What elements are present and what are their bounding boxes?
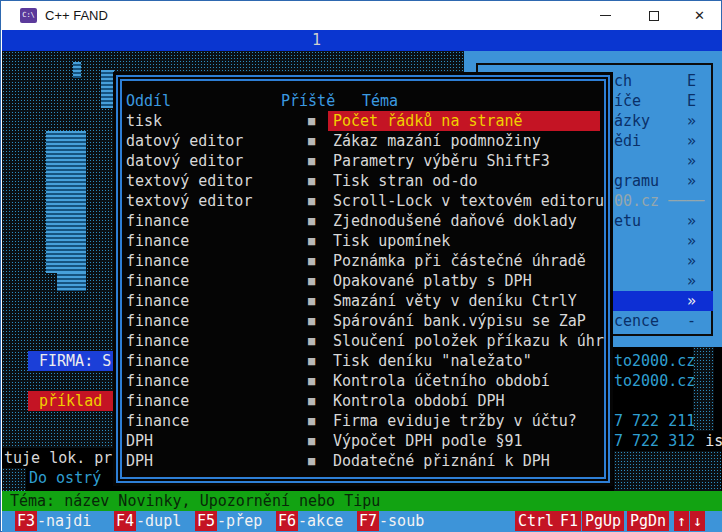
fkey-badge: F3	[15, 511, 37, 531]
news-topic-cell: Tisk stran od-do	[328, 171, 600, 191]
news-section-cell: textový editor	[126, 191, 252, 211]
key-hint-up[interactable]: ↑	[674, 511, 689, 531]
news-row[interactable]: finance■Poznámka při částečné úhradě	[113, 251, 613, 271]
fkey-f7[interactable]: F7-soub	[357, 511, 424, 531]
fkey-label: -přep	[217, 512, 262, 530]
news-section-cell: finance	[126, 391, 189, 411]
news-section-cell: finance	[126, 311, 189, 331]
menu-item[interactable]: »	[612, 271, 713, 291]
bullet-icon: ■	[308, 351, 315, 371]
news-section-cell: finance	[126, 231, 189, 251]
news-section-cell: datový editor	[126, 131, 243, 151]
bullet-icon: ■	[308, 211, 315, 231]
contact-line-text: 7 722 312	[614, 432, 695, 450]
news-topic-cell: Kontrola účetního období	[328, 371, 600, 391]
bullet-icon: ■	[308, 391, 315, 411]
window-title: C++ FAND	[45, 8, 108, 23]
minimize-button[interactable]	[583, 1, 628, 30]
fkey-f3[interactable]: F3-najdi	[15, 511, 91, 531]
bullet-icon: ■	[308, 111, 315, 131]
news-row[interactable]: textový editor■Tisk stran od-do	[113, 171, 613, 191]
menu-item[interactable]: cence-	[612, 311, 713, 331]
close-button[interactable]: ✕	[677, 1, 722, 30]
menu-item[interactable]: gramu»	[612, 171, 713, 191]
submenu-arrow-icon: »	[687, 131, 696, 151]
news-section-cell: tisk	[126, 111, 162, 131]
contact-line: 7 722 211	[614, 411, 695, 431]
menu-item[interactable]: »	[612, 291, 713, 311]
bullet-icon: ■	[308, 331, 315, 351]
news-row[interactable]: tisk■Počet řádků na straně	[113, 111, 613, 131]
submenu-arrow-icon: »	[687, 291, 696, 311]
news-topic-cell: Opakované platby s DPH	[328, 271, 600, 291]
news-row[interactable]: finance■Tisk deníku "naležato"	[113, 351, 613, 371]
column-header-priste: Příště	[281, 91, 335, 111]
do-ostry-label: Do ostrý	[26, 468, 113, 488]
news-row[interactable]: DPH■Dodatečné přiznání k DPH	[113, 451, 613, 471]
fkey-badge: F7	[357, 511, 379, 531]
news-row[interactable]: finance■Smazání věty v deníku CtrlY	[113, 291, 613, 311]
column-header-tema: Téma	[362, 91, 398, 111]
news-row[interactable]: finance■Tisk upomínek	[113, 231, 613, 251]
menu-item[interactable]: ázky»	[612, 111, 713, 131]
news-topic-cell: Parametry výběru ShiftF3	[328, 151, 600, 171]
column-header-oddil: Oddíl	[126, 91, 171, 111]
minimize-icon	[600, 15, 611, 16]
priklad-label: příklad	[28, 391, 114, 411]
news-section-cell: textový editor	[126, 171, 252, 191]
menu-item[interactable]: »	[612, 151, 713, 171]
news-row[interactable]: finance■Sloučení položek příkazu k úhr	[113, 331, 613, 351]
news-section-cell: DPH	[126, 431, 153, 451]
menu-item-label: íče	[614, 91, 641, 111]
console-icon: C:\	[20, 8, 37, 23]
news-row[interactable]: textový editor■Scroll-Lock v textovém ed…	[113, 191, 613, 211]
menu-item[interactable]: »	[612, 251, 713, 271]
menu-item-label: 00.cz ────	[614, 191, 704, 211]
news-section-cell: finance	[126, 371, 189, 391]
menu-item[interactable]: 00.cz ────	[612, 191, 713, 211]
bullet-icon: ■	[308, 371, 315, 391]
key-hint-ctrl[interactable]: Ctrl	[515, 511, 557, 531]
fkey-bar: F3-najdiF4-duplF5-přepF6-akceF7-soubCtrl…	[2, 511, 722, 532]
bullet-icon: ■	[308, 431, 315, 451]
fkey-label: -najdi	[37, 512, 91, 530]
fand-logo-fragment	[73, 62, 81, 78]
news-list-header: Oddíl Příště Téma	[113, 91, 613, 111]
maximize-button[interactable]	[631, 1, 676, 30]
status-bar: Téma: název Novinky, Upozornění nebo Tip…	[2, 491, 722, 511]
news-row[interactable]: datový editor■Parametry výběru ShiftF3	[113, 151, 613, 171]
news-row[interactable]: finance■Zjednodušené daňové doklady	[113, 211, 613, 231]
key-hint-f1[interactable]: F1	[557, 511, 581, 531]
fkey-f4[interactable]: F4-dupl	[114, 511, 181, 531]
news-topic-cell: Scroll-Lock v textovém editoru	[328, 191, 600, 211]
news-row[interactable]: finance■Spárování bank.výpisu se ZaP	[113, 311, 613, 331]
news-row[interactable]: datový editor■Zákaz mazání podmnožiny	[113, 131, 613, 151]
menu-item-label: ázky	[614, 111, 650, 131]
menu-item-label: etu	[614, 211, 641, 231]
fkey-label: -akce	[298, 512, 343, 530]
news-dialog: Oddíl Příště Téma tisk■Počet řádků na st…	[113, 72, 613, 486]
news-row[interactable]: finance■Opakované platby s DPH	[113, 271, 613, 291]
news-topic-cell: Tisk upomínek	[328, 231, 600, 251]
fkey-f6[interactable]: F6-akce	[276, 511, 343, 531]
app-window: C:\ C++ FAND ✕ 1 FIRMA: S příklad tuje l…	[0, 0, 722, 532]
news-row[interactable]: finance■Firma eviduje tržby v účtu?	[113, 411, 613, 431]
key-hint-pgup[interactable]: PgUp	[582, 511, 624, 531]
fkey-badge: F4	[114, 511, 136, 531]
news-row[interactable]: finance■Kontrola období DPH	[113, 391, 613, 411]
menu-item[interactable]: »	[612, 231, 713, 251]
submenu-arrow-icon: »	[687, 111, 696, 131]
key-hint-pgdn[interactable]: PgDn	[627, 511, 669, 531]
news-row[interactable]: DPH■Výpočet DPH podle §91	[113, 431, 613, 451]
menu-item[interactable]: íčeE	[612, 91, 713, 111]
fkey-label: -soub	[379, 512, 424, 530]
submenu-arrow-icon: »	[687, 251, 696, 271]
menu-item[interactable]: chE	[612, 71, 713, 91]
menu-item[interactable]: ědi»	[612, 131, 713, 151]
key-hint-down[interactable]: ↓	[690, 511, 705, 531]
news-section-cell: finance	[126, 351, 189, 371]
news-row[interactable]: finance■Kontrola účetního období	[113, 371, 613, 391]
menu-item[interactable]: etu»	[612, 211, 713, 231]
bullet-icon: ■	[308, 311, 315, 331]
fkey-f5[interactable]: F5-přep	[195, 511, 262, 531]
